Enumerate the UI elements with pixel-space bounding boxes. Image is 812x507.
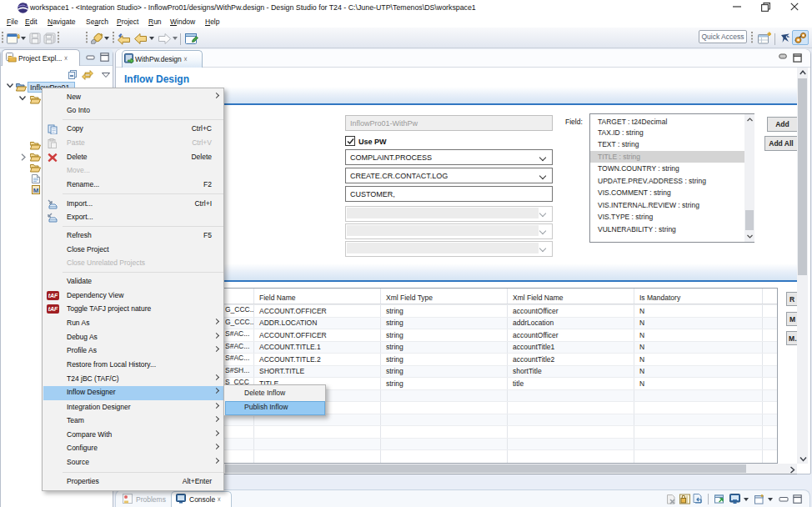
svg-text:M: M <box>33 187 39 194</box>
